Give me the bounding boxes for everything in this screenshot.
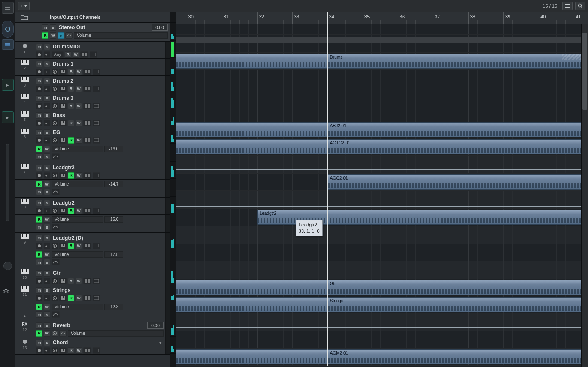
automation-value[interactable]: -16.0 [104,146,123,152]
track-button[interactable]: R [68,103,74,109]
freeze-icon[interactable] [93,172,100,179]
keyboard-icon[interactable] [59,208,67,214]
link-icon[interactable] [59,330,67,337]
record-enable-icon[interactable] [36,51,42,58]
freeze-icon[interactable] [93,278,100,284]
track-row[interactable]: FX12msReverb0.00RWeVolume [15,320,170,337]
edit-icon[interactable]: e [52,69,58,75]
track-button[interactable]: W [76,86,82,92]
track-button[interactable]: s [44,270,50,277]
track-button[interactable]: s [44,44,50,50]
chevron-up-icon[interactable]: ▴ [24,313,26,318]
track-row[interactable]: 11msStringseRW [15,285,170,302]
track-button[interactable]: m [36,287,42,294]
record-enable-icon[interactable] [36,86,42,92]
track-button[interactable]: R [36,304,42,310]
track-button[interactable]: R [68,347,74,354]
freeze-icon[interactable] [93,103,100,109]
track-button[interactable]: s [44,235,50,241]
track-button[interactable]: m [36,165,42,171]
midi-clip[interactable]: ABJ2 01 [327,122,588,137]
midi-clip[interactable] [176,297,327,312]
monitor-icon[interactable] [44,347,50,354]
monitor-icon[interactable] [44,51,50,58]
track-button[interactable]: R [36,181,42,187]
automation-param[interactable]: Volume [74,32,168,39]
track-button[interactable]: s [44,287,50,294]
track-button[interactable]: R [68,172,74,179]
automation-row[interactable]: RWVolume-17.8ms [15,250,170,268]
track-button[interactable]: R [68,86,74,92]
track-button[interactable]: m [36,270,42,277]
track-button[interactable]: W [76,278,82,284]
track-button[interactable]: m [42,24,48,31]
track-button[interactable]: m [36,322,42,329]
track-button[interactable]: s [44,129,50,136]
automation-value[interactable]: -17.8 [104,251,123,258]
chevron-down-icon[interactable]: ▾ [158,340,164,346]
edit-icon[interactable]: e [52,208,58,214]
track-button[interactable]: s [44,61,50,67]
track-button[interactable]: m [36,153,42,160]
track-button[interactable]: R [68,69,74,75]
track-row[interactable]: 5msBasseRW [15,110,170,127]
track-button[interactable]: W [44,330,50,337]
edit-icon[interactable]: e [52,103,58,109]
midi-clip[interactable]: Drums [327,54,588,69]
track-button[interactable]: W [76,295,82,301]
freeze-icon[interactable] [93,295,100,301]
track-button[interactable]: m [36,224,42,230]
track-button[interactable]: m [36,61,42,67]
keyboard-icon[interactable] [59,278,67,284]
track-row[interactable]: 10msGtreRW [15,268,170,285]
track-filter-button[interactable] [562,2,573,10]
automation-curve[interactable] [176,238,588,238]
track-button[interactable]: R [36,330,42,337]
record-enable-icon[interactable] [36,243,42,249]
automation-param[interactable]: Volume [52,216,103,223]
playhead[interactable] [368,24,368,366]
track-button[interactable]: m [36,189,42,195]
track-row[interactable]: 13msChord▾eRW [15,337,170,355]
track-button[interactable]: s [44,200,50,206]
zone-strip[interactable] [6,144,9,221]
midi-clip[interactable] [176,280,327,295]
lane-button[interactable] [83,103,91,109]
lane-button[interactable] [83,172,91,179]
midi-clip[interactable] [176,349,327,364]
track-row[interactable]: 1msDrumsMIDIAnyRW [15,42,170,59]
track-button[interactable]: W [73,51,79,58]
freeze-icon[interactable] [93,69,100,75]
master-track[interactable]: msStereo Out0.00RWeVolume [15,23,170,42]
monitor-icon[interactable] [44,69,50,75]
track-button[interactable]: m [36,95,42,102]
monitor-icon[interactable] [44,278,50,284]
track-button[interactable]: W [76,347,82,354]
midi-clip[interactable] [176,54,327,69]
freeze-icon[interactable] [93,243,100,249]
track-button[interactable]: W [44,181,50,187]
track-button[interactable]: R [68,208,74,214]
monitor-icon[interactable] [44,120,50,126]
track-button[interactable]: W [76,103,82,109]
keyboard-icon[interactable] [59,103,67,109]
freeze-icon[interactable] [90,51,97,58]
track-button[interactable]: W [44,251,50,258]
automation-param[interactable]: Volume [68,330,164,337]
freeze-icon[interactable] [93,86,100,92]
track-button[interactable]: R [68,243,74,249]
keyboard-icon[interactable] [59,295,67,301]
track-button[interactable]: W [76,120,82,126]
track-button[interactable]: s [44,189,50,195]
track-button[interactable]: R [36,146,42,152]
monitor-icon[interactable] [44,137,50,144]
monitor-icon[interactable] [44,103,50,109]
arrangement-area[interactable]: 303132333435363738394041 DrumsABJ2 01AGT… [176,12,588,367]
record-enable-icon[interactable] [36,172,42,179]
track-button[interactable]: s [44,112,50,119]
record-enable-icon[interactable] [36,295,42,301]
automation-mode-icon[interactable] [52,311,60,318]
monitor-icon[interactable] [44,208,50,214]
track-button[interactable]: m [36,200,42,206]
automation-mode-icon[interactable] [52,259,60,265]
